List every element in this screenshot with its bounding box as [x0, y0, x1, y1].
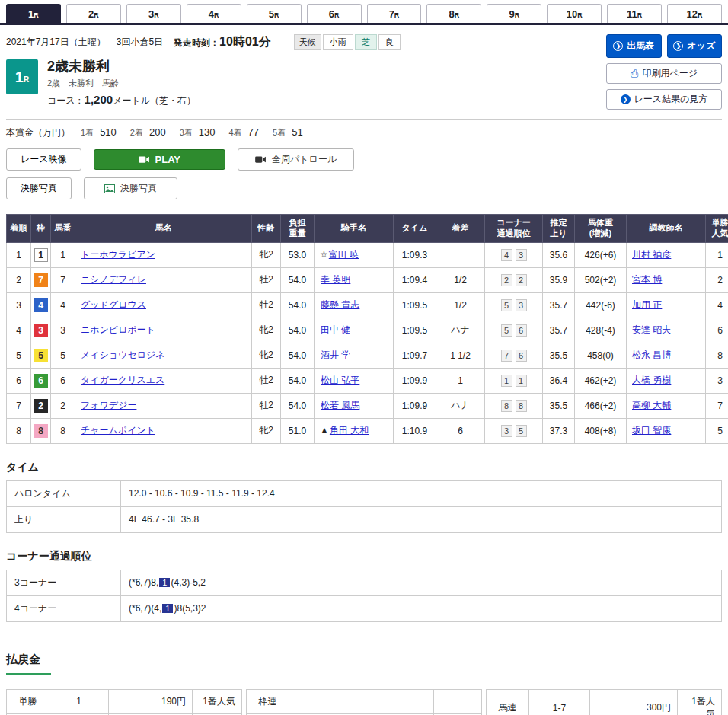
- payout-tables: 単勝 1 190円 1番人気 複勝 1 110円 1番人気 7 120円 2番人…: [6, 689, 722, 715]
- sex-age: 牝2: [252, 318, 281, 343]
- estimated-last-3f: 35.5: [543, 393, 575, 418]
- horse-name-link[interactable]: グッドグロウス: [81, 299, 146, 310]
- race-tab[interactable]: 2R: [66, 4, 121, 23]
- horse-name-cell: ニシノデフィレ: [75, 267, 252, 292]
- race-conditions: 2歳 未勝利 馬齢: [47, 78, 196, 89]
- frame-number: 3: [34, 324, 48, 337]
- prize-place: 4着: [228, 128, 241, 137]
- horse-name-link[interactable]: メイショウセロジネ: [81, 350, 165, 360]
- course-unit: メートル（芝・右）: [113, 95, 196, 106]
- race-tab[interactable]: 7R: [367, 4, 422, 23]
- winner-highlight-mark: 1: [159, 578, 170, 587]
- prize-amount: 200: [149, 126, 166, 138]
- trainer-link[interactable]: 加用 正: [632, 299, 662, 310]
- results-column-header: 着差: [436, 215, 485, 243]
- race-tab[interactable]: 6R: [307, 4, 362, 23]
- race-tab[interactable]: 5R: [247, 4, 302, 23]
- result-row: 1 1 1 トーホウラビアン 牝2 53.0 ☆富田 暁 1:09.3 43 3…: [7, 242, 728, 267]
- payout-table-win-place: 単勝 1 190円 1番人気 複勝 1 110円 1番人気 7 120円 2番人…: [6, 689, 242, 715]
- print-page-button[interactable]: ⎙印刷用ページ: [606, 63, 722, 84]
- horse-name-link[interactable]: ニホンピロポート: [81, 324, 155, 335]
- race-tab[interactable]: 1R: [6, 4, 61, 23]
- time-row: ハロンタイム 12.0 - 10.6 - 10.9 - 11.5 - 11.9 …: [7, 480, 722, 506]
- race-number-box: 1R: [6, 59, 38, 94]
- finish-position: 2: [7, 267, 31, 292]
- entries-button[interactable]: ❯出馬表: [606, 34, 662, 58]
- carried-weight: 54.0: [281, 393, 315, 418]
- horse-name-cell: トーホウラビアン: [75, 242, 252, 267]
- prize-items: 1着5102着2003着1304着775着51: [81, 127, 317, 138]
- winner-highlight-mark: 1: [162, 604, 173, 613]
- finish-time: 1:09.5: [394, 292, 436, 318]
- sex-age: 牡2: [252, 368, 281, 393]
- race-tab-suffix: R: [274, 11, 279, 19]
- jockey-link[interactable]: 松若 風馬: [321, 400, 359, 410]
- print-page-label: 印刷用ページ: [642, 67, 698, 80]
- jockey-cell: 田中 健: [315, 318, 394, 343]
- race-header: 2021年7月17日（土曜） 3回小倉5日 発走時刻：10時01分 天候 小雨 …: [0, 25, 728, 110]
- race-tab[interactable]: 8R: [426, 4, 481, 23]
- horse-name-link[interactable]: トーホウラビアン: [81, 249, 155, 260]
- arrow-circle-icon: ❯: [621, 94, 631, 104]
- finish-time: 1:09.5: [394, 318, 436, 343]
- race-tab[interactable]: 12R: [667, 4, 722, 23]
- race-tab[interactable]: 11R: [607, 4, 662, 23]
- trainer-link[interactable]: 安達 昭夫: [632, 324, 671, 335]
- finish-photo-label-button[interactable]: 決勝写真: [6, 177, 72, 199]
- corner-positions: 43: [485, 242, 543, 267]
- finish-position: 8: [7, 418, 31, 443]
- horse-name-link[interactable]: チャームポイント: [81, 425, 155, 436]
- jockey-link[interactable]: 田中 健: [321, 324, 350, 335]
- start-time-label: 発走時刻：: [174, 37, 219, 48]
- finish-photo-button-label: 決勝写真: [120, 182, 157, 195]
- jockey-link[interactable]: 松山 弘平: [321, 375, 359, 385]
- horse-name-link[interactable]: ニシノデフィレ: [81, 274, 146, 285]
- race-tab[interactable]: 9R: [487, 4, 541, 23]
- horse-name-cell: タイガークリスエス: [75, 368, 252, 393]
- patrol-video-button[interactable]: 全周パトロール: [238, 148, 354, 171]
- horse-number: 3: [51, 318, 75, 343]
- win-popularity: 1: [706, 242, 728, 267]
- race-tab[interactable]: 10R: [547, 4, 602, 23]
- race-video-button[interactable]: レース映像: [6, 148, 81, 171]
- arrow-circle-icon: ❯: [613, 41, 623, 51]
- race-tab-suffix: R: [34, 11, 39, 19]
- carried-weight: 53.0: [281, 242, 315, 267]
- corner-order-post: )8(5,3)2: [174, 603, 206, 614]
- trainer-link[interactable]: 坂口 智康: [632, 425, 671, 436]
- payout-popularity: 1番人気: [678, 689, 722, 715]
- trainer-link[interactable]: 松永 昌博: [632, 350, 671, 360]
- horse-name-cell: フォワデジー: [75, 393, 252, 418]
- trainer-link[interactable]: 高柳 大輔: [632, 400, 671, 410]
- jockey-link[interactable]: 富田 暁: [329, 249, 359, 260]
- patrol-button-label: 全周パトロール: [272, 153, 337, 166]
- jockey-link[interactable]: 幸 英明: [321, 274, 350, 285]
- jockey-link[interactable]: 藤懸 貴志: [321, 299, 359, 310]
- payout-combination: 1: [49, 689, 109, 713]
- trainer-link[interactable]: 川村 禎彦: [632, 249, 671, 260]
- horse-name-link[interactable]: タイガークリスエス: [81, 375, 164, 385]
- jockey-link[interactable]: 角田 大和: [330, 425, 369, 436]
- race-tab[interactable]: 3R: [126, 4, 181, 23]
- sex-age: 牡2: [252, 267, 281, 292]
- trainer-link[interactable]: 宮本 博: [632, 274, 662, 285]
- trainer-link[interactable]: 大橋 勇樹: [632, 375, 671, 385]
- corner-table: 3コーナー (*6,7)8,1(4,3)-5,2 4コーナー (*6,7)(4,…: [6, 570, 722, 622]
- race-number: 1: [15, 69, 24, 86]
- jockey-link[interactable]: 酒井 学: [321, 350, 350, 360]
- horse-name-link[interactable]: フォワデジー: [81, 400, 136, 410]
- payout-combination: 1-7: [529, 689, 590, 715]
- finish-photo-button[interactable]: 決勝写真: [84, 177, 177, 199]
- corner-row-value: (*6,7)(4,1)8(5,3)2: [121, 595, 722, 621]
- win-popularity: 6: [706, 318, 728, 343]
- play-button[interactable]: PLAY: [94, 149, 225, 170]
- estimated-last-3f: 36.4: [543, 368, 575, 393]
- race-tab-number: 9: [509, 8, 514, 20]
- prize-amount: 77: [248, 126, 259, 138]
- corner-pos-2: 1: [516, 375, 527, 387]
- results-guide-button[interactable]: ❯レース結果の見方: [606, 89, 722, 110]
- odds-button[interactable]: ❯オッズ: [667, 34, 723, 58]
- results-guide-label: レース結果の見方: [634, 93, 708, 106]
- race-tab[interactable]: 4R: [187, 4, 241, 23]
- carried-weight: 54.0: [281, 318, 315, 343]
